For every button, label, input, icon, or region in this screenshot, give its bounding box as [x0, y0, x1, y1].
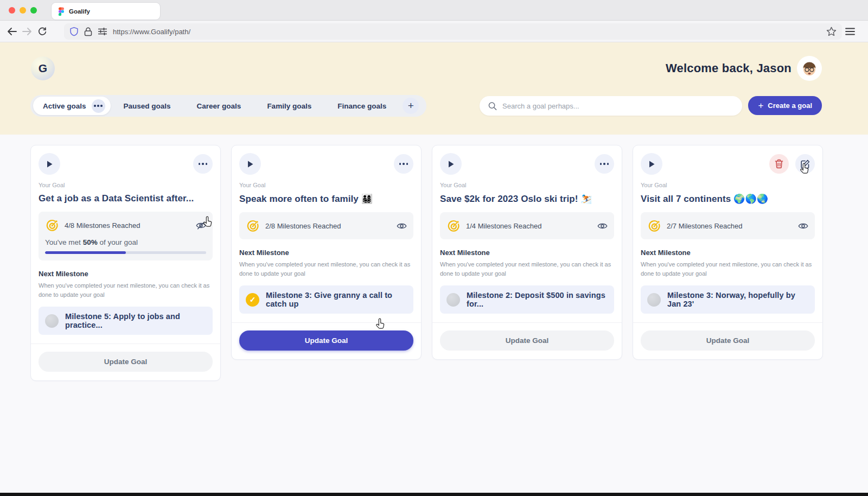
- goal-card-ski-trip: Your Goal Save $2k for 2023 Oslo ski tri…: [432, 145, 622, 360]
- figma-favicon-icon: [58, 7, 65, 16]
- goal-title: Save $2k for 2023 Oslo ski trip! ⛷️: [440, 193, 614, 205]
- play-icon: [47, 161, 53, 168]
- search-input[interactable]: [502, 102, 733, 110]
- milestone-text: Milestone 3: Norway, hopefully by Jan 23…: [667, 291, 808, 308]
- minimize-window-button[interactable]: [20, 7, 26, 14]
- edit-icon: [801, 160, 810, 169]
- progress-box: 1/4 Milestones Reached: [440, 212, 614, 239]
- play-icon: [448, 161, 454, 168]
- browser-tab[interactable]: Goalify: [52, 3, 160, 20]
- app-logo[interactable]: G: [31, 56, 55, 80]
- avatar[interactable]: [797, 56, 822, 81]
- app-header: G Welcome back, Jason Active goals Pause…: [0, 42, 868, 135]
- play-button[interactable]: [239, 153, 261, 175]
- card-menu-button[interactable]: [193, 154, 213, 174]
- tab-finance-goals[interactable]: Finance goals: [324, 102, 399, 110]
- milestone-item[interactable]: Milestone 2: Deposit $500 in savings for…: [440, 285, 614, 314]
- search-icon: [488, 101, 497, 111]
- zoom-window-button[interactable]: [30, 7, 37, 14]
- goal-card-continents: Your Goal Visit all 7 continents 🌍🌎🌏 2/7…: [633, 145, 823, 360]
- milestone-checkbox[interactable]: [45, 314, 59, 328]
- next-milestone-heading: Next Milestone: [641, 249, 815, 257]
- shield-icon[interactable]: [69, 27, 79, 36]
- card-menu-button[interactable]: [595, 154, 614, 174]
- play-button[interactable]: [39, 153, 60, 175]
- milestone-checkbox[interactable]: [446, 293, 460, 307]
- tab-family-goals[interactable]: Family goals: [254, 102, 324, 110]
- your-goal-label: Your Goal: [440, 182, 614, 188]
- goal-card-data-scientist: Your Goal Get a job as a Data Scientist …: [30, 145, 221, 381]
- next-milestone-heading: Next Milestone: [239, 249, 413, 257]
- edit-goal-button[interactable]: [795, 154, 815, 174]
- play-button[interactable]: [641, 153, 662, 175]
- close-window-button[interactable]: [9, 7, 15, 14]
- bookmark-star-icon[interactable]: [826, 27, 837, 36]
- eye-icon[interactable]: [798, 221, 808, 231]
- url-bar[interactable]: https://www.Goalify/path/: [64, 23, 842, 40]
- milestones-reached: 4/8 Milestones Reached: [65, 221, 196, 230]
- milestone-item[interactable]: ✓ Milestone 3: Give granny a call to cat…: [239, 285, 413, 314]
- menu-icon[interactable]: [842, 24, 858, 39]
- progress-box: 2/7 Milestones Reached: [641, 212, 815, 239]
- milestone-checkbox-checked[interactable]: ✓: [246, 293, 259, 307]
- update-goal-button[interactable]: Update Goal: [239, 330, 413, 351]
- ellipsis-icon: [199, 163, 208, 165]
- sliders-icon[interactable]: [98, 28, 107, 35]
- your-goal-label: Your Goal: [239, 182, 413, 188]
- window-controls[interactable]: [9, 7, 37, 14]
- milestone-item[interactable]: Milestone 5: Apply to jobs and practice.…: [39, 307, 213, 335]
- milestones-reached: 1/4 Milestones Reached: [466, 222, 597, 230]
- forward-icon[interactable]: [20, 24, 35, 39]
- lock-icon[interactable]: [84, 27, 92, 36]
- eye-icon[interactable]: [597, 221, 608, 231]
- progress-fill: [45, 251, 126, 254]
- update-goal-button[interactable]: Update Goal: [641, 330, 815, 351]
- url-text[interactable]: https://www.Goalify/path/: [113, 28, 826, 36]
- milestone-item[interactable]: Milestone 3: Norway, hopefully by Jan 23…: [641, 285, 815, 314]
- progress-box: 4/8 Milestones Reached You've met 50% of…: [39, 212, 213, 260]
- welcome-message: Welcome back, Jason: [666, 61, 792, 75]
- milestone-text: Milestone 3: Give granny a call to catch…: [266, 291, 407, 308]
- next-milestone-description: When you've completed your next mileston…: [440, 260, 614, 278]
- target-dart-icon: [446, 219, 461, 233]
- next-milestone-heading: Next Milestone: [39, 270, 213, 278]
- milestone-text: Milestone 5: Apply to jobs and practice.…: [65, 312, 206, 329]
- card-menu-button[interactable]: [394, 154, 413, 174]
- add-tab-button[interactable]: +: [403, 98, 419, 114]
- eye-slash-icon[interactable]: [196, 220, 206, 231]
- tab-title: Goalify: [69, 8, 90, 15]
- progress-summary: You've met 50% of your goal: [45, 238, 206, 246]
- milestones-reached: 2/7 Milestones Reached: [667, 222, 798, 230]
- tab-career-goals[interactable]: Career goals: [184, 102, 254, 110]
- search-bar[interactable]: [480, 96, 742, 116]
- delete-goal-button[interactable]: [769, 154, 789, 174]
- target-dart-icon: [246, 219, 260, 233]
- goal-title: Get a job as a Data Scientist after...: [39, 193, 213, 204]
- next-milestone-description: When you've completed your next mileston…: [239, 260, 413, 278]
- tab-options-icon[interactable]: [92, 99, 105, 113]
- tab-active-goals[interactable]: Active goals: [33, 97, 111, 115]
- goal-title: Visit all 7 continents 🌍🌎🌏: [641, 193, 815, 205]
- back-icon[interactable]: [4, 24, 20, 39]
- tab-label: Active goals: [43, 102, 86, 110]
- your-goal-label: Your Goal: [39, 182, 213, 188]
- eye-icon[interactable]: [397, 221, 407, 231]
- plus-icon: +: [758, 100, 763, 111]
- tab-paused-goals[interactable]: Paused goals: [111, 102, 184, 110]
- your-goal-label: Your Goal: [641, 182, 815, 188]
- update-goal-button[interactable]: Update Goal: [39, 352, 213, 372]
- milestone-checkbox[interactable]: [647, 293, 661, 307]
- progress-percent: 50%: [83, 238, 98, 246]
- play-icon: [649, 161, 655, 168]
- target-dart-icon: [45, 218, 59, 232]
- target-dart-icon: [647, 219, 661, 233]
- play-icon: [247, 161, 253, 168]
- update-goal-button[interactable]: Update Goal: [440, 330, 614, 351]
- milestone-text: Milestone 2: Deposit $500 in savings for…: [467, 291, 608, 308]
- create-goal-button[interactable]: + Create a goal: [748, 96, 822, 115]
- goal-tabs: Active goals Paused goals Career goals F…: [30, 95, 426, 117]
- play-button[interactable]: [440, 153, 462, 175]
- goal-title: Speak more often to family 👨‍👩‍👧‍👦: [239, 193, 413, 205]
- next-milestone-description: When you've completed your next mileston…: [641, 260, 815, 278]
- reload-icon[interactable]: [35, 24, 50, 39]
